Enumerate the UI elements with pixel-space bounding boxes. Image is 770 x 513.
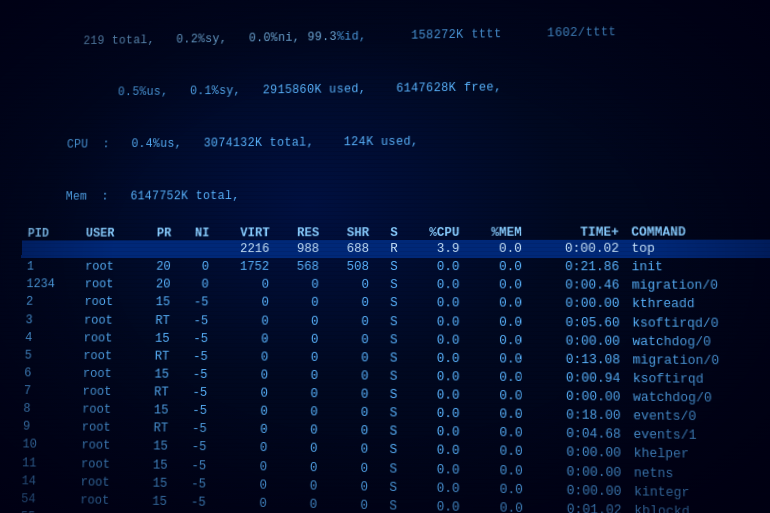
col-pid: PID xyxy=(22,227,81,241)
col-virt: VIRT xyxy=(215,226,275,240)
terminal-screen: 219 total, 0.2%sy, 0.0%ni, 99.3%id, 1582… xyxy=(0,0,770,513)
process-table: PID USER PR NI VIRT RES SHR S %CPU %MEM … xyxy=(15,225,770,513)
col-user: USER xyxy=(80,227,139,241)
top-stat-line-3: CPU : 0.4%us, 3074132K total, 124K used, xyxy=(24,111,769,171)
col-pr: PR xyxy=(139,227,177,241)
table-header-row: PID USER PR NI VIRT RES SHR S %CPU %MEM … xyxy=(22,225,770,240)
col-shr: SHR xyxy=(325,226,375,240)
col-mem: %MEM xyxy=(466,226,528,240)
col-time: TIME+ xyxy=(528,226,625,240)
col-s: S xyxy=(375,226,404,240)
table-row: 2216988688R3.90.00:00.02top xyxy=(21,240,770,259)
col-ni: NI xyxy=(177,226,215,240)
col-cpu: %CPU xyxy=(404,226,466,240)
col-res: RES xyxy=(275,226,325,240)
col-command: COMMAND xyxy=(625,225,770,240)
process-list: 2216988688R3.90.00:00.02top1root20017525… xyxy=(15,240,770,513)
top-stat-line-2: 0.5%us, 0.1%sy, 2915860K used, 6147628K … xyxy=(25,57,768,120)
table-row: 1234root200000S0.00.00:00.46migration/0 xyxy=(21,276,770,296)
top-stat-line-4: Mem : 6147752K total, xyxy=(22,166,769,223)
screen-content: 219 total, 0.2%sy, 0.0%ni, 99.3%id, 1582… xyxy=(15,3,770,513)
table-row: 1root2001752568508S0.00.00:21.86init xyxy=(21,258,770,277)
